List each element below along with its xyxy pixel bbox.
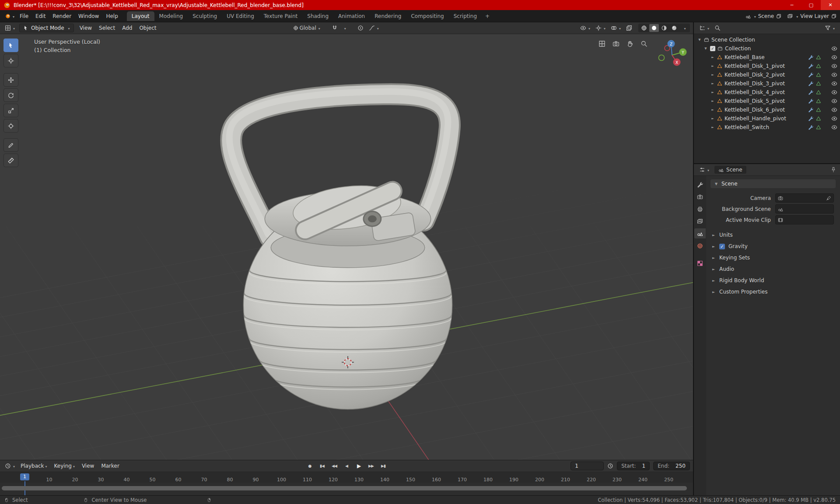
outliner-row-object[interactable]: ► Kettlebell_Disk_6_pivot — [694, 105, 840, 114]
proportional-falloff-dropdown[interactable] — [367, 24, 381, 32]
tab-modeling[interactable]: Modeling — [154, 11, 188, 21]
expander-icon[interactable]: ► — [710, 73, 715, 77]
menu-timeline-view[interactable]: View — [79, 462, 97, 470]
hide-eye-icon[interactable] — [831, 89, 837, 95]
menu-view[interactable]: View — [77, 24, 95, 32]
jump-end-button[interactable]: ▶▮ — [378, 462, 389, 470]
tab-output-properties[interactable] — [694, 204, 706, 214]
tab-scene-properties[interactable] — [694, 228, 706, 238]
tab-rendering[interactable]: Rendering — [370, 11, 406, 21]
tool-move[interactable] — [4, 73, 18, 87]
mesh-data-icon[interactable] — [816, 90, 821, 95]
menu-marker[interactable]: Marker — [98, 462, 122, 470]
zoom-icon[interactable] — [640, 40, 648, 47]
pan-hand-icon[interactable] — [626, 40, 634, 47]
play-button[interactable]: ▶ — [353, 462, 364, 470]
object-label[interactable]: Kettlebell_Disk_3_pivot — [724, 80, 806, 87]
panel-rigid-body-world[interactable]: ► Rigid Body World — [706, 275, 840, 286]
orientation-dropdown[interactable]: Global — [291, 24, 322, 32]
expander-icon[interactable]: ▼ — [704, 47, 708, 50]
modifier-wrench-icon[interactable] — [808, 98, 813, 104]
outliner-row-object[interactable]: ► Kettlebell_Handle_pivot — [694, 114, 840, 123]
tab-animation[interactable]: Animation — [333, 11, 370, 21]
modifier-wrench-icon[interactable] — [808, 55, 813, 60]
outliner-filter-button[interactable] — [823, 24, 836, 32]
hide-eye-icon[interactable] — [831, 80, 837, 87]
menu-file[interactable]: File — [16, 12, 32, 21]
outliner-row-object[interactable]: ► Kettlebell_Switch — [694, 123, 840, 132]
mesh-data-icon[interactable] — [816, 55, 821, 60]
tool-rotate[interactable] — [4, 88, 18, 102]
tab-scripting[interactable]: Scripting — [449, 11, 482, 21]
expander-icon[interactable]: ▼ — [697, 38, 702, 42]
outliner-row-object[interactable]: ► Kettlebell_Disk_5_pivot — [694, 97, 840, 105]
menu-object[interactable]: Object — [136, 24, 159, 32]
properties-editor-type-button[interactable] — [697, 166, 711, 174]
tab-texture-paint[interactable]: Texture Paint — [259, 11, 302, 21]
prev-keyframe-button[interactable]: ◀◀ — [329, 462, 340, 470]
timeline-ruler[interactable]: 1020304050607080901001101201301401501601… — [0, 472, 693, 483]
expander-icon[interactable]: ► — [710, 126, 715, 129]
expander-icon[interactable]: ► — [710, 117, 715, 120]
play-reverse-button[interactable]: ◀ — [341, 462, 352, 470]
tool-scale[interactable] — [4, 104, 18, 117]
mesh-data-icon[interactable] — [816, 63, 821, 69]
mesh-data-icon[interactable] — [816, 81, 821, 86]
playhead-marker[interactable]: 1 — [20, 473, 29, 480]
expander-icon[interactable]: ► — [710, 108, 715, 112]
expander-icon[interactable]: ► — [710, 82, 715, 85]
hide-eye-icon[interactable] — [831, 124, 837, 130]
next-keyframe-button[interactable]: ▶▶ — [365, 462, 377, 470]
tool-select-box[interactable] — [4, 38, 18, 52]
preview-range-clock-icon[interactable] — [607, 463, 613, 469]
object-label[interactable]: Kettlebell_Disk_2_pivot — [724, 72, 806, 78]
menu-keying[interactable]: Keying — [51, 462, 78, 470]
menu-window[interactable]: Window — [75, 12, 102, 21]
background-scene-field[interactable] — [775, 204, 834, 214]
tab-sculpting[interactable]: Sculpting — [188, 11, 222, 21]
mode-dropdown[interactable]: Object Mode — [19, 24, 74, 32]
modifier-wrench-icon[interactable] — [808, 116, 813, 121]
new-scene-icon[interactable] — [776, 14, 781, 19]
modifier-wrench-icon[interactable] — [808, 107, 813, 112]
panel-audio[interactable]: ► Audio — [706, 264, 840, 274]
tool-measure[interactable] — [4, 154, 18, 167]
hide-eye-icon[interactable] — [831, 98, 837, 104]
hide-eye-icon[interactable] — [831, 116, 837, 122]
view-layer-selector[interactable]: View Layer — [788, 13, 836, 19]
panel-keying-sets[interactable]: ► Keying Sets — [706, 252, 840, 263]
outliner-row-object[interactable]: ► Kettlebell_Disk_1_pivot — [694, 62, 840, 70]
modifier-wrench-icon[interactable] — [808, 63, 813, 69]
tab-world-properties[interactable] — [694, 241, 706, 251]
viewport-canvas[interactable] — [0, 34, 693, 460]
active-movie-clip-field[interactable] — [775, 215, 834, 224]
object-label[interactable]: Kettlebell_Disk_5_pivot — [724, 98, 806, 104]
gravity-checkbox[interactable]: ✓ — [719, 244, 725, 249]
xray-toggle[interactable] — [624, 24, 634, 32]
autokey-button[interactable]: ● — [304, 462, 315, 470]
eyedropper-icon[interactable] — [826, 196, 831, 201]
current-frame-field[interactable]: 1 — [570, 462, 604, 470]
outliner-editor-type-button[interactable] — [697, 24, 711, 32]
modifier-wrench-icon[interactable] — [808, 81, 813, 86]
app-menu-button[interactable] — [4, 12, 16, 20]
mesh-data-icon[interactable] — [816, 125, 821, 130]
tool-transform[interactable] — [4, 119, 18, 133]
maximize-button[interactable]: ▢ — [802, 0, 821, 10]
gizmo-neg-y-axis[interactable] — [659, 55, 665, 61]
camera-view-icon[interactable] — [612, 40, 620, 47]
panel-custom-properties[interactable]: ► Custom Properties — [706, 287, 840, 297]
menu-add[interactable]: Add — [119, 24, 135, 32]
outliner-search-icon[interactable] — [714, 25, 721, 31]
timeline-scrollbar[interactable] — [2, 486, 687, 490]
tab-tool-properties[interactable] — [694, 179, 706, 189]
expander-icon[interactable]: ► — [710, 99, 715, 103]
hide-eye-icon[interactable] — [831, 46, 837, 52]
show-gizmo-dropdown[interactable] — [594, 24, 607, 32]
snapping-toggle[interactable] — [330, 24, 340, 32]
tab-uv-editing[interactable]: UV Editing — [222, 11, 259, 21]
outliner-row-object[interactable]: ► Kettlebell_Base — [694, 53, 840, 62]
outliner-row-object[interactable]: ► Kettlebell_Disk_2_pivot — [694, 70, 840, 79]
menu-help[interactable]: Help — [102, 12, 121, 21]
pin-icon[interactable] — [830, 167, 836, 173]
